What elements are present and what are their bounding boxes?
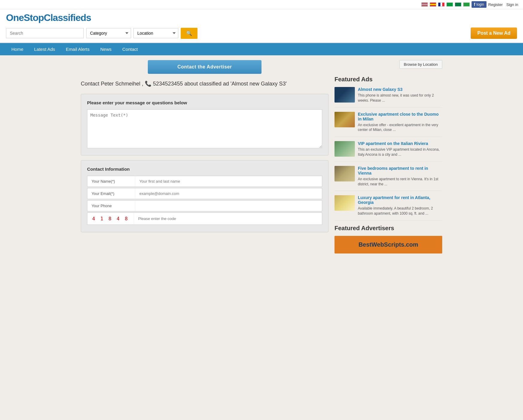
contact-intro: Contact Peter Schmeihel ,	[81, 81, 143, 87]
featured-ads-list: Almost new Galaxy S3 This phone is almos…	[335, 87, 442, 221]
search-button[interactable]: 🔍	[181, 28, 197, 39]
contact-info-title: Contact Information	[87, 167, 322, 172]
nav-news[interactable]: News	[95, 43, 117, 55]
ad-title[interactable]: Almost new Galaxy S3	[358, 87, 442, 92]
flag-br[interactable]	[446, 2, 453, 7]
ad-thumbnail	[335, 141, 355, 157]
captcha-row: 4 1 8 4 8	[87, 213, 322, 225]
nav-home[interactable]: Home	[6, 43, 29, 55]
ad-thumbnail	[335, 87, 355, 103]
facebook-login-button[interactable]: f login	[472, 1, 486, 8]
email-input[interactable]	[135, 188, 322, 199]
featured-ad-item: Almost new Galaxy S3 This phone is almos…	[335, 87, 442, 108]
facebook-icon: f	[474, 2, 475, 7]
nav-bar: Home Latest Ads Email Alerts News Contac…	[0, 43, 523, 55]
featured-ad-item: Luxury apartment for rent in Atlanta, Ge…	[335, 195, 442, 221]
browse-location-button[interactable]: Browse by Location	[399, 60, 442, 69]
search-bar: Category Location 🔍 Post a New Ad	[0, 25, 523, 43]
featured-ad-item: Exclusive apartment close to the Duomo i…	[335, 112, 442, 137]
contact-heading: Contact Peter Schmeihel , 📞 5234523455 a…	[81, 80, 329, 88]
fb-login-label: login	[476, 2, 484, 7]
category-select[interactable]: Category	[86, 28, 131, 38]
contact-details: 5234523455 about classified ad 'Almost n…	[153, 81, 287, 87]
post-ad-button[interactable]: Post a New Ad	[471, 28, 517, 39]
name-row: Your Name(*)	[87, 176, 322, 187]
search-icon: 🔍	[186, 31, 192, 36]
flag-us[interactable]	[421, 2, 428, 7]
register-link[interactable]: Register	[488, 2, 503, 7]
top-links: Register Sign in	[488, 2, 518, 7]
signin-link[interactable]: Sign in	[506, 2, 518, 7]
captcha-code: 4 1 8 4 8	[87, 213, 134, 224]
phone-icon: 📞	[145, 81, 153, 87]
location-select[interactable]: Location	[133, 28, 178, 38]
ad-info: Almost new Galaxy S3 This phone is almos…	[358, 87, 442, 103]
advertiser-name: BestWebScripts.com	[358, 241, 418, 248]
ad-desc: Available immediately. A beautiful 2 bed…	[358, 206, 442, 216]
message-form-section: Please enter your message or questions b…	[81, 94, 329, 155]
flag-fr[interactable]	[438, 2, 445, 7]
name-label: Your Name(*)	[87, 176, 135, 187]
site-logo[interactable]: OneStopClassifieds	[6, 12, 517, 23]
nav-latest-ads[interactable]: Latest Ads	[29, 43, 60, 55]
featured-ad-item: VIP apartment on the Italian Riviera Thi…	[335, 141, 442, 162]
phone-label: Your Phone	[87, 201, 135, 211]
captcha-input[interactable]	[134, 213, 322, 224]
ad-thumbnail	[335, 195, 355, 211]
ad-desc: An exclusive offer - excellent apartment…	[358, 123, 442, 133]
flag-es[interactable]	[430, 2, 436, 7]
email-row: Your Email(*)	[87, 188, 322, 199]
content-area: Contact the Advertiser Contact Peter Sch…	[81, 60, 329, 253]
nav-email-alerts[interactable]: Email Alerts	[60, 43, 95, 55]
ad-title[interactable]: Luxury apartment for rent in Atlanta, Ge…	[358, 195, 442, 205]
message-section-title: Please enter your message or questions b…	[87, 100, 322, 105]
ad-thumbnail	[335, 112, 355, 127]
contact-advertiser-button[interactable]: Contact the Advertiser	[148, 60, 262, 74]
flag-ir[interactable]	[463, 2, 470, 7]
main-container: Contact the Advertiser Contact Peter Sch…	[76, 55, 447, 258]
contact-info-section: Contact Information Your Name(*) Your Em…	[81, 160, 329, 232]
featured-advertisers-title: Featured Advertisers	[335, 225, 442, 232]
featured-ad-item: Five bedrooms apartment to rent in Vienn…	[335, 166, 442, 191]
top-bar: f login Register Sign in	[0, 0, 523, 9]
logo-area: OneStopClassifieds	[0, 9, 523, 25]
ad-title[interactable]: Five bedrooms apartment to rent in Vienn…	[358, 166, 442, 175]
ad-title[interactable]: VIP apartment on the Italian Riviera	[358, 141, 442, 146]
ad-info: Luxury apartment for rent in Atlanta, Ge…	[358, 195, 442, 216]
name-input[interactable]	[135, 176, 322, 187]
ad-info: Exclusive apartment close to the Duomo i…	[358, 112, 442, 133]
ad-desc: An exclusive apartment to rent in Vienna…	[358, 177, 442, 187]
ad-desc: This phone is almost new, it was used fo…	[358, 93, 442, 103]
phone-row: Your Phone	[87, 200, 322, 211]
phone-input[interactable]	[135, 201, 322, 211]
flag-ar[interactable]	[455, 2, 461, 7]
ad-title[interactable]: Exclusive apartment close to the Duomo i…	[358, 112, 442, 121]
search-input[interactable]	[6, 28, 84, 38]
ad-info: Five bedrooms apartment to rent in Vienn…	[358, 166, 442, 187]
email-label: Your Email(*)	[87, 188, 135, 199]
ad-info: VIP apartment on the Italian Riviera Thi…	[358, 141, 442, 157]
ad-thumbnail	[335, 166, 355, 181]
featured-ads-title: Featured Ads	[335, 76, 442, 83]
nav-contact[interactable]: Contact	[117, 43, 143, 55]
advertiser-banner[interactable]: BestWebScripts.com	[335, 236, 442, 253]
sidebar: Browse by Location Featured Ads Almost n…	[335, 60, 442, 253]
ad-desc: This an exclusive VIP apartment located …	[358, 147, 442, 157]
message-textarea[interactable]	[87, 109, 322, 148]
